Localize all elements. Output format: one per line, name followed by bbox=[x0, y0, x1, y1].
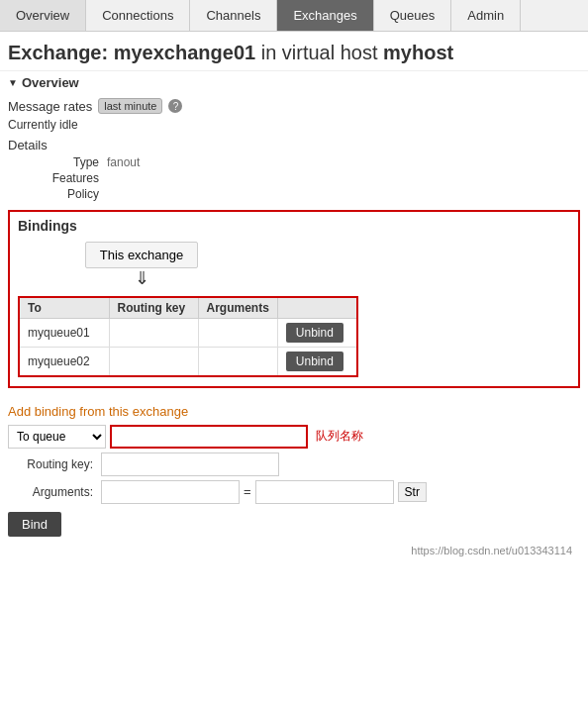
add-binding-title[interactable]: Add binding from this exchange bbox=[8, 404, 580, 419]
binding-rk-2 bbox=[109, 347, 198, 375]
features-label: Features bbox=[28, 171, 107, 185]
unbind-cell-2: Unbind bbox=[277, 347, 356, 375]
details-table: Type fanout Features Policy bbox=[28, 154, 580, 202]
routing-key-row: Routing key: bbox=[8, 453, 580, 476]
policy-label: Policy bbox=[28, 187, 107, 201]
binding-to-1: myqueue01 bbox=[20, 318, 109, 347]
arguments-value-input[interactable] bbox=[255, 480, 394, 504]
col-header-action bbox=[277, 298, 356, 319]
bindings-title: Bindings bbox=[18, 218, 570, 234]
page-title-middle: in virtual host bbox=[255, 42, 383, 63]
bindings-section: Bindings This exchange ⇓ To Routing key … bbox=[8, 210, 580, 388]
col-header-to: To bbox=[20, 298, 109, 319]
unbind-button-1[interactable]: Unbind bbox=[286, 323, 343, 343]
details-label: Details bbox=[8, 134, 580, 154]
arguments-label: Arguments: bbox=[8, 485, 97, 499]
footer-url: https://blog.csdn.net/u013343114 bbox=[8, 541, 580, 560]
bindings-table-wrapper: To Routing key Arguments myqueue01 Unbin… bbox=[18, 296, 358, 377]
idle-status: Currently idle bbox=[8, 116, 580, 134]
message-rates-label: Message rates bbox=[8, 99, 92, 114]
unbind-cell-1: Unbind bbox=[277, 318, 356, 347]
page-title: Exchange: myexchange01 in virtual host m… bbox=[0, 32, 588, 71]
col-header-arguments: Arguments bbox=[198, 298, 277, 319]
nav-item-queues[interactable]: Queues bbox=[374, 0, 452, 31]
nav-item-exchanges[interactable]: Exchanges bbox=[277, 0, 373, 31]
message-rates-badge[interactable]: last minute bbox=[98, 98, 162, 114]
arrow-down-icon: ⇓ bbox=[135, 268, 149, 290]
str-button[interactable]: Str bbox=[398, 482, 427, 502]
nav-item-admin[interactable]: Admin bbox=[451, 0, 521, 31]
queue-hint: 队列名称 bbox=[316, 428, 363, 445]
overview-label: Overview bbox=[22, 75, 79, 90]
binding-rk-1 bbox=[109, 318, 198, 347]
overview-chevron-icon: ▼ bbox=[8, 77, 18, 88]
help-icon[interactable]: ? bbox=[168, 99, 182, 113]
table-row: myqueue01 Unbind bbox=[20, 318, 356, 347]
routing-key-input[interactable] bbox=[101, 453, 279, 476]
unbind-button-2[interactable]: Unbind bbox=[286, 352, 343, 371]
type-value: fanout bbox=[107, 155, 140, 169]
col-header-routing-key: Routing key bbox=[109, 298, 198, 319]
binding-args-2 bbox=[198, 347, 277, 375]
routing-key-label: Routing key: bbox=[8, 457, 97, 471]
add-binding-section: Add binding from this exchange To queue … bbox=[8, 396, 580, 541]
bindings-table-header-row: To Routing key Arguments bbox=[20, 298, 356, 319]
page-title-prefix: Exchange: bbox=[8, 42, 114, 63]
table-row: myqueue02 Unbind bbox=[20, 347, 356, 375]
nav-bar: OverviewConnectionsChannelsExchangesQueu… bbox=[0, 0, 588, 32]
nav-item-overview[interactable]: Overview bbox=[0, 0, 86, 31]
nav-item-connections[interactable]: Connections bbox=[86, 0, 190, 31]
type-label: Type bbox=[28, 155, 107, 169]
bind-button[interactable]: Bind bbox=[8, 512, 61, 537]
arguments-key-input[interactable] bbox=[101, 480, 240, 504]
details-type-row: Type fanout bbox=[28, 154, 580, 170]
destination-input[interactable] bbox=[110, 425, 308, 449]
overview-section-header[interactable]: ▼ Overview bbox=[8, 71, 580, 94]
destination-type-select[interactable]: To queue To exchange bbox=[8, 425, 106, 449]
bindings-table: To Routing key Arguments myqueue01 Unbin… bbox=[20, 298, 356, 375]
this-exchange-button[interactable]: This exchange bbox=[85, 242, 199, 268]
equals-sign: = bbox=[244, 484, 251, 499]
vhost-name: myhost bbox=[383, 42, 453, 63]
binding-args-1 bbox=[198, 318, 277, 347]
nav-item-channels[interactable]: Channels bbox=[190, 0, 277, 31]
binding-to-2: myqueue02 bbox=[20, 347, 109, 375]
details-policy-row: Policy bbox=[28, 186, 580, 202]
details-features-row: Features bbox=[28, 170, 580, 186]
destination-row: To queue To exchange 队列名称 bbox=[8, 425, 580, 449]
exchange-btn-area: This exchange ⇓ bbox=[18, 242, 265, 290]
message-rates-row: Message rates last minute ? bbox=[8, 94, 580, 116]
exchange-name: myexchange01 bbox=[114, 42, 255, 63]
arguments-row: Arguments: = Str bbox=[8, 480, 580, 504]
